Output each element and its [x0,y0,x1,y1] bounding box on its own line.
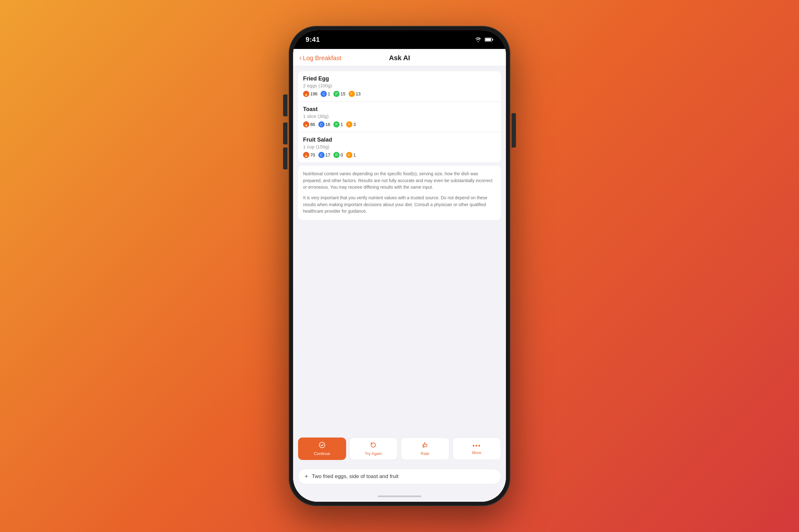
disclaimer-para1: Nutritional content varies depending on … [303,171,496,191]
food-name-fruit-salad: Fruit Salad [303,137,496,143]
food-serving-toast: 1 slice (30g) [303,114,496,119]
food-nutrients-fruit-salad: 🔥 70 C 17 P 0 [303,152,496,158]
carb-value-fruit: 17 [326,152,330,157]
food-item-fried-egg: Fried Egg 2 eggs (100g) 🔥 196 C 1 [298,71,501,101]
nav-title: Ask AI [389,54,410,62]
food-nutrients-fried-egg: 🔥 196 C 1 P 15 [303,91,496,97]
home-indicator [293,491,506,502]
search-input-container[interactable]: ✦ Two fried eggs, side of toast and frui… [298,469,501,484]
food-serving-fried-egg: 2 eggs (100g) [303,83,496,88]
fat-value-egg: 13 [356,91,361,96]
food-name-toast: Toast [303,106,496,113]
nav-back-button[interactable]: ‹ Log Breakfast [299,55,342,62]
cal-badge-egg: 🔥 196 [303,91,317,97]
carb-value-egg: 1 [328,91,330,96]
protein-value-toast: 1 [341,122,343,127]
fat-badge-egg: F 13 [349,91,361,97]
cal-icon-fruit: 🔥 [303,152,309,158]
rate-icon [422,441,429,450]
cal-icon-egg: 🔥 [303,91,309,97]
battery-icon [485,37,493,42]
disclaimer-block: Nutritional content varies depending on … [298,166,501,220]
dynamic-island [373,35,426,47]
svg-point-3 [319,442,325,448]
cal-value-toast: 86 [310,122,315,127]
food-nutrients-toast: 🔥 86 C 16 P 1 [303,121,496,128]
cal-icon-toast: 🔥 [303,121,309,128]
food-serving-fruit-salad: 1 cup (150g) [303,144,496,149]
check-circle-icon [319,441,326,449]
carb-badge-egg: C 1 [321,91,330,97]
search-input-text: Two fried eggs, side of toast and fruit [312,473,495,480]
food-item-toast: Toast 1 slice (30g) 🔥 86 C 16 [298,102,501,132]
back-label: Log Breakfast [303,55,341,62]
fat-badge-toast: F 3 [346,121,356,128]
carb-value-toast: 16 [326,122,330,127]
carb-badge-fruit: C 17 [319,152,330,158]
scroll-area: Fried Egg 2 eggs (100g) 🔥 196 C 1 [293,66,506,433]
carb-icon-toast: C [319,121,325,128]
protein-value-egg: 15 [341,91,345,96]
home-bar [378,495,421,497]
try-again-icon [370,441,377,450]
back-chevron-icon: ‹ [299,55,302,61]
continue-icon [319,441,326,450]
food-item-fruit-salad: Fruit Salad 1 cup (150g) 🔥 70 C 17 [298,132,501,163]
svg-rect-1 [492,39,493,40]
food-cards-group: Fried Egg 2 eggs (100g) 🔥 196 C 1 [298,71,501,163]
protein-icon-toast: P [333,121,340,128]
carb-icon-egg: C [321,91,327,97]
carb-icon-fruit: C [319,152,325,158]
food-name-fried-egg: Fried Egg [303,75,496,82]
rate-label: Rate [421,451,429,456]
fat-badge-fruit: F 1 [346,152,356,158]
sparkle-icon: ✦ [304,473,309,480]
try-again-label: Try Again [365,451,382,456]
fat-icon-egg: F [349,91,355,97]
status-time: 9:41 [306,36,320,44]
fat-value-fruit: 1 [353,152,356,157]
thumbs-up-icon [422,441,429,449]
more-label: More [472,450,481,455]
disclaimer-para2: It is very important that you verify nut… [303,195,496,215]
svg-rect-2 [485,38,491,41]
fat-icon-toast: F [346,121,352,128]
wifi-icon [475,37,482,42]
protein-icon-egg: P [333,91,340,97]
nav-bar: ‹ Log Breakfast Ask AI [293,49,506,66]
cal-badge-toast: 🔥 86 [303,121,315,128]
protein-badge-toast: P 1 [333,121,343,128]
protein-value-fruit: 0 [341,152,343,157]
rate-button[interactable]: Rate [401,438,450,460]
continue-label: Continue [314,451,330,456]
carb-badge-toast: C 16 [319,121,330,128]
more-button[interactable]: ••• More [453,438,501,460]
try-again-button[interactable]: Try Again [349,438,398,460]
bottom-input-area: ✦ Two fried eggs, side of toast and frui… [293,465,506,491]
cal-value-egg: 196 [310,91,317,96]
more-icon: ••• [473,442,481,449]
fat-value-toast: 3 [353,122,356,127]
status-icons [475,37,493,42]
protein-icon-fruit: P [333,152,340,158]
protein-badge-egg: P 15 [333,91,345,97]
app-content: ‹ Log Breakfast Ask AI Fried Egg 2 eggs … [293,49,506,502]
cal-badge-fruit: 🔥 70 [303,152,315,158]
cal-value-fruit: 70 [310,152,315,157]
fat-icon-fruit: F [346,152,352,158]
status-bar: 9:41 [293,30,506,49]
continue-button[interactable]: Continue [298,438,346,460]
phone-frame: 9:41 [289,26,510,506]
action-buttons-row: Continue Try Again [293,433,506,465]
protein-badge-fruit: P 0 [333,152,343,158]
refresh-icon [370,441,377,449]
